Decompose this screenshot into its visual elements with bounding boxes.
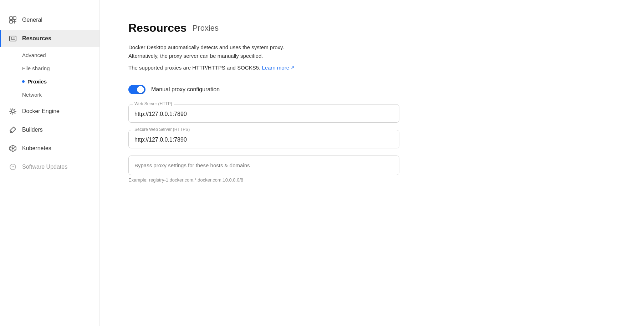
svg-point-25 [10, 164, 16, 170]
proxies-label: Proxies [27, 78, 47, 85]
docker-engine-icon [9, 107, 17, 116]
sidebar-item-general[interactable]: General [0, 11, 99, 29]
sidebar-item-resources-label: Resources [22, 35, 51, 42]
page-subtitle: Proxies [193, 24, 219, 33]
https-field-wrapper: Secure Web Server (HTTPS) [128, 130, 399, 148]
https-field-group: Secure Web Server (HTTPS) [128, 130, 399, 148]
resources-icon [9, 34, 17, 43]
builders-icon [9, 126, 17, 134]
sidebar-item-software-updates[interactable]: Software Updates [0, 158, 99, 175]
svg-point-9 [11, 110, 14, 113]
manual-proxy-toggle-row: Manual proxy configuration [128, 85, 615, 94]
svg-rect-2 [10, 20, 12, 23]
example-text: Example: registry-1.docker.com,*.docker.… [128, 177, 399, 183]
description-line1: Docker Desktop automatically detects and… [128, 43, 399, 60]
http-field-input[interactable] [129, 105, 399, 122]
sidebar: General Resources Advanced File sharing … [0, 0, 100, 326]
https-field-input[interactable] [129, 130, 399, 148]
network-label: Network [22, 92, 42, 98]
manual-proxy-label: Manual proxy configuration [151, 86, 220, 93]
bypass-field-input[interactable] [128, 156, 399, 175]
advanced-label: Advanced [22, 52, 46, 58]
general-icon [9, 16, 17, 24]
page-title: Resources [128, 21, 187, 35]
svg-line-18 [14, 128, 15, 128]
supported-text: The supported proxies are HTTP/HTTPS and… [128, 65, 615, 71]
svg-rect-0 [10, 17, 12, 20]
svg-line-17 [11, 113, 11, 113]
sidebar-sub-file-sharing[interactable]: File sharing [0, 62, 99, 75]
page-header: Resources Proxies [128, 21, 615, 35]
svg-line-14 [11, 109, 11, 110]
sidebar-item-builders[interactable]: Builders [0, 121, 99, 138]
file-sharing-label: File sharing [22, 65, 50, 71]
sidebar-item-software-updates-label: Software Updates [22, 164, 67, 170]
external-link-icon: ↗︎ [291, 65, 295, 70]
sidebar-sub-resources: Advanced File sharing Proxies Network [0, 49, 99, 101]
svg-line-15 [14, 113, 15, 113]
svg-rect-6 [11, 37, 12, 39]
svg-rect-5 [10, 36, 16, 41]
sidebar-item-docker-engine[interactable]: Docker Engine [0, 103, 99, 120]
sidebar-item-resources[interactable]: Resources [0, 30, 99, 47]
svg-rect-1 [13, 17, 16, 20]
http-field-wrapper: Web Server (HTTP) [128, 104, 399, 123]
sidebar-item-kubernetes-label: Kubernetes [22, 145, 51, 152]
sidebar-sub-network[interactable]: Network [0, 88, 99, 101]
kubernetes-icon [9, 144, 17, 153]
svg-line-16 [14, 109, 15, 110]
sidebar-sub-proxies[interactable]: Proxies [0, 75, 99, 88]
http-field-group: Web Server (HTTP) [128, 104, 399, 123]
bypass-field-wrapper: Example: registry-1.docker.com,*.docker.… [128, 156, 399, 183]
sidebar-item-docker-engine-label: Docker Engine [22, 108, 60, 114]
manual-proxy-toggle[interactable] [128, 85, 145, 94]
active-dot [22, 80, 25, 83]
main-content: Resources Proxies Docker Desktop automat… [100, 0, 644, 326]
http-field-label: Web Server (HTTP) [133, 101, 174, 106]
sidebar-item-kubernetes[interactable]: Kubernetes [0, 140, 99, 157]
software-updates-icon [9, 163, 17, 171]
https-field-label: Secure Web Server (HTTPS) [133, 127, 191, 132]
learn-more-link[interactable]: Learn more ↗︎ [262, 65, 295, 71]
sidebar-sub-advanced[interactable]: Advanced [0, 49, 99, 62]
sidebar-item-general-label: General [22, 17, 42, 23]
sidebar-item-builders-label: Builders [22, 127, 43, 133]
